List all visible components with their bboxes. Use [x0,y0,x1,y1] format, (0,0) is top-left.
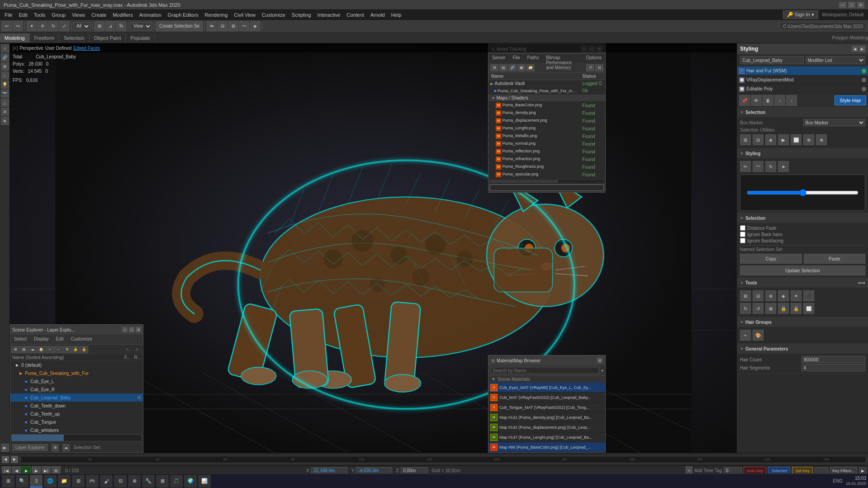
styling-slider[interactable] [747,189,859,196]
sel-btn-5[interactable]: ⬜ [791,134,802,145]
start-btn[interactable]: ⊞ [2,475,14,488]
at-server[interactable]: Server [489,54,509,62]
style-btn-2[interactable]: 〜 [753,161,764,172]
filter-dropdown[interactable]: All [73,22,90,30]
maximize-btn[interactable]: □ [848,2,855,8]
at-row-reflection[interactable]: M Puma_reflection.png Found [489,148,605,156]
at-row-vault[interactable]: ▶ Autodesk Vault Logged O [489,80,605,87]
tool-btn-3[interactable]: ⊗ [765,290,776,301]
menu-edit[interactable]: Edit [16,11,30,19]
undo-btn[interactable]: ↩ [2,21,12,31]
sel-btn-4[interactable]: ▶ [778,134,789,145]
at-btn-1[interactable]: ⊞ [490,64,498,71]
menu-scripting[interactable]: Scripting [289,11,314,19]
ignore-backfacing-check[interactable] [740,238,745,243]
se-tab-edit[interactable]: Edit [52,335,67,344]
ignore-back-hairs-check[interactable] [740,232,745,237]
viewport-edged-faces[interactable]: Edged Faces [73,46,100,51]
bracket-open[interactable]: [+] [13,46,18,51]
tab-modeling[interactable]: Modeling [0,33,30,43]
tool-btn-8[interactable]: ↺ [753,303,764,314]
style-hair-button[interactable]: Style Hair [835,95,866,105]
se-item-layer0[interactable]: ▶ 0 (default) [10,361,143,369]
create-sel-btn[interactable]: Create Selection Se [156,21,203,31]
taskbar-folder[interactable]: 📁 [58,475,71,488]
section-hair-groups-header[interactable]: ▼ Hair Groups [737,317,868,327]
snap-btn[interactable]: ⊞ [95,21,104,31]
se-header[interactable]: Scene Explorer - Layer Explo... ─ □ ✕ [10,325,143,335]
tool-btn-4[interactable]: ◈ [778,290,789,301]
at-btn-7[interactable]: ⊟ [595,64,603,71]
layer-btn[interactable]: ⊞ [228,21,238,31]
se-layer-explorer[interactable]: Layer Explorer [12,444,48,451]
tool-btn-10[interactable]: 🔒 [778,303,789,314]
angle-snap-btn[interactable]: ⊿ [105,21,115,31]
se-maximize[interactable]: □ [129,327,134,332]
style-btn-1[interactable]: ✏ [740,161,751,172]
mb-item-map86[interactable]: M Map #86 (Puma_BaseColor.png) [Cub_Leop… [489,442,605,452]
mod-vray-disp[interactable]: ⬜ VRayDisplacementMod [737,76,868,85]
mod-move-up-btn[interactable]: ↑ [774,95,785,106]
sel-btn-6[interactable]: ⊕ [803,134,814,145]
current-frame-display[interactable]: 0 / 225 [63,468,81,473]
mb-header[interactable]: ⊞ Material/Map Browser ✕ [489,355,605,365]
taskbar-search[interactable]: 🔍 [16,475,28,488]
lt-helper[interactable]: ⊕ [1,108,9,116]
hg-btn-1[interactable]: + [740,330,751,341]
mb-item-map142[interactable]: M Map #142 (Puma_displacement.png) [Cub_… [489,422,605,432]
sel-btn-7[interactable]: ⊗ [816,134,827,145]
tab-selection[interactable]: Selection [59,33,89,43]
menu-help[interactable]: Help [389,11,404,19]
lt-viewport-nav[interactable]: ▶ [1,444,9,452]
modifier-bulb-3[interactable] [862,87,866,91]
hg-btn-2[interactable]: 🎨 [753,330,764,341]
mod-show-btn[interactable]: 👁 [751,95,762,106]
at-btn-3[interactable]: 🔗 [508,64,517,71]
se-item-teeth-up[interactable]: ■ Cub_Teeth_up [10,410,143,418]
mod-move-down-btn[interactable]: ↓ [786,95,797,106]
section-selection2-header[interactable]: ▼ Selection [737,213,868,223]
lt-camera[interactable]: 📷 [1,90,9,98]
se-set-btn-1[interactable]: ⊞ [52,444,59,451]
tool-btn-9[interactable]: ⊠ [765,303,776,314]
object-name-input[interactable] [740,56,804,64]
taskbar-extra2[interactable]: 🎮 [86,475,99,488]
align-btn[interactable]: ⊟ [218,21,228,31]
at-paths[interactable]: Paths [524,54,543,62]
sel-btn-2[interactable]: ⊟ [753,134,764,145]
mb-search-input[interactable] [490,367,599,374]
tab-populate[interactable]: Populate [126,33,155,43]
close-btn[interactable]: ✕ [857,2,864,8]
menu-file[interactable]: File [2,11,15,19]
lt-select[interactable]: ⊹ [1,44,9,52]
at-row-density[interactable]: M Puma_density.png Found [489,109,605,117]
mb-item-eyes-mat[interactable]: V Cub_Eyes_MAT (VRayMtl) [Cub_Eye_L, Cub… [489,383,605,393]
at-bitmap[interactable]: Bitmap Performance and Memory [542,54,582,62]
percent-snap-btn[interactable]: % [116,21,126,31]
section-styling-header[interactable]: ▼ Styling [737,148,868,158]
mirror-btn[interactable]: ⇋ [207,21,217,31]
at-row-roughness[interactable]: M Puma_Roughness.png Found [489,163,605,171]
mb-item-cub-mat[interactable]: V Cub_MAT (VRayFastSSS2) [Cub_Leoprad_Ba… [489,393,605,403]
tab-object-paint[interactable]: Object Paint [90,33,126,43]
style-btn-3[interactable]: ↻ [765,161,776,172]
lt-space[interactable]: ◈ [1,117,9,125]
schematic-btn[interactable]: ◈ [250,21,260,31]
timeline-forward-btn[interactable]: ▶ [11,456,18,463]
taskbar-extra10[interactable]: 📊 [198,475,211,488]
lt-light[interactable]: 💡 [1,81,9,89]
viewport-perspective[interactable]: Perspective [19,46,43,51]
mb-close[interactable]: ✕ [597,358,602,363]
rp-expand-right[interactable]: ▶ [859,46,865,52]
hair-segments-input[interactable] [802,364,866,371]
section-tools-header[interactable]: ▼ Tools ⟺ [737,278,868,288]
taskbar-extra9[interactable]: 🌍 [184,475,197,488]
se-minimize[interactable]: ─ [122,327,128,332]
at-options[interactable]: Options [583,54,605,62]
lt-bind[interactable]: ⊠ [1,62,9,71]
at-row-normal[interactable]: M Puma_normal.png Found [489,140,605,148]
at-row-refraction[interactable]: M Puma_refraction.png Found [489,156,605,163]
taskbar-3dsmax[interactable]: 3 [30,475,43,488]
lt-link[interactable]: 🔗 [1,53,9,62]
taskbar-extra5[interactable]: ⊕ [128,475,141,488]
